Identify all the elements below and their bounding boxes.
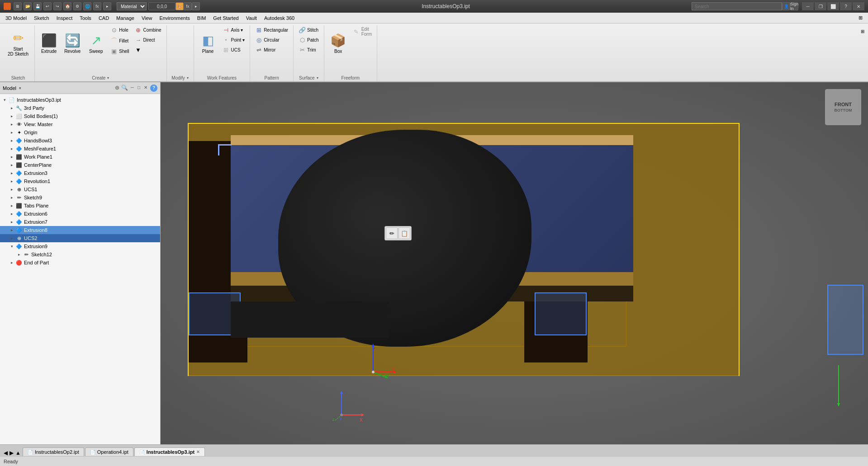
qa-more[interactable]: ▸	[103, 2, 111, 10]
context-btn-2[interactable]: 📋	[398, 227, 410, 239]
tree-item-origin[interactable]: ▸✦Origin	[0, 128, 160, 137]
viewport-tab-tab3[interactable]: 📄InstructablesOp3.ipt ✕	[134, 447, 205, 456]
tree-item-3rd-party[interactable]: ▸🔧3rd Party	[0, 104, 160, 112]
tree-item-sketch9[interactable]: ▸✏Sketch9	[0, 193, 160, 202]
tree-expand-centerplane[interactable]: ▸	[9, 163, 14, 167]
shell-btn[interactable]: ▣ Shell	[108, 47, 131, 56]
qa-undo[interactable]: ↩	[43, 2, 52, 10]
tree-expand-root[interactable]: ▾	[2, 98, 7, 102]
tab-nav-right[interactable]: ▶	[9, 450, 14, 456]
restore-btn[interactable]: ❐	[815, 2, 826, 10]
qa-settings[interactable]: ⚙	[73, 2, 81, 10]
mirror-btn[interactable]: ⇌ Mirror	[253, 45, 290, 55]
menu-tools[interactable]: Tools	[76, 14, 95, 22]
tree-expand-3rd-party[interactable]: ▸	[9, 106, 14, 110]
more-btn[interactable]: ▸	[192, 2, 200, 10]
tree-expand-extrusion6[interactable]: ▸	[9, 212, 14, 216]
hole-btn[interactable]: ⊙ Hole	[108, 25, 131, 35]
help-btn[interactable]: ?	[840, 2, 852, 10]
view-cube[interactable]: FRONT BOTTOM	[825, 89, 861, 125]
menu-sketch[interactable]: Sketch	[30, 14, 53, 22]
tab-expand[interactable]: ▲	[15, 450, 21, 456]
tree-item-extrusion3[interactable]: ▸🔷Extrusion3	[0, 169, 160, 177]
expand-btn[interactable]: ⬜	[827, 2, 839, 10]
menu-view[interactable]: View	[138, 14, 156, 22]
panel-restore[interactable]: □	[137, 85, 141, 92]
qa-save[interactable]: 💾	[33, 2, 42, 10]
tree-expand-ucs1[interactable]: ▸	[9, 187, 14, 192]
tree-item-centerplane[interactable]: ▸⬛CenterPlane	[0, 161, 160, 169]
menu-inspect[interactable]: Inspect	[53, 14, 76, 22]
qa-web[interactable]: 🌐	[83, 2, 91, 10]
plane-btn[interactable]: ◧ Plane	[197, 25, 219, 61]
tree-item-meshfeature1[interactable]: ▸🔷MeshFeature1	[0, 145, 160, 153]
tree-expand-origin[interactable]: ▸	[9, 130, 14, 135]
tree-expand-meshfeature1[interactable]: ▸	[9, 146, 14, 151]
material-dropdown[interactable]: Material	[117, 2, 147, 10]
qa-new[interactable]: 🗎	[14, 2, 22, 10]
panel-close-x[interactable]: ✕	[143, 85, 148, 92]
box-btn[interactable]: 📦 Box	[327, 25, 350, 61]
fillet-btn[interactable]: ⌒ Fillet	[108, 35, 131, 46]
tree-item-extrusion8[interactable]: ▸🔷Extrusion8	[0, 226, 160, 234]
ucs-btn[interactable]: ⊞ UCS	[220, 45, 247, 55]
surface-label[interactable]: Surface ▾	[296, 75, 321, 81]
menu-3d-model[interactable]: 3D Model	[2, 14, 30, 22]
qa-open[interactable]: 📂	[24, 2, 32, 10]
stitch-btn[interactable]: 🔗 Stitch	[296, 25, 321, 35]
menu-display-options[interactable]: ⊞	[855, 14, 866, 22]
trim-btn[interactable]: ✂ Trim	[296, 45, 321, 55]
revolve-btn[interactable]: 🔄 Revolve	[61, 25, 84, 61]
tree-expand-handsbowl3[interactable]: ▸	[9, 138, 14, 143]
tree-item-tabs-plane[interactable]: ▸⬛Tabs Plane	[0, 202, 160, 210]
qa-fx[interactable]: fx	[93, 2, 101, 10]
menu-vault[interactable]: Vault	[242, 14, 261, 22]
tree-expand-extrusion3[interactable]: ▸	[9, 171, 14, 175]
tree-item-extrusion9[interactable]: ▾🔷Extrusion9	[0, 242, 160, 250]
tree-expand-sketch12[interactable]: ▸	[16, 252, 22, 257]
tree-expand-solid-bodies[interactable]: ▸	[9, 114, 14, 118]
menu-get-started[interactable]: Get Started	[209, 14, 242, 22]
tree-item-root[interactable]: ▾📄InstructablesOp3.ipt	[0, 96, 160, 104]
start-sketch-btn[interactable]: ✏ Start2D Sketch	[5, 25, 32, 61]
viewport[interactable]: Y X Z ✏ 📋	[161, 82, 868, 444]
close-btn[interactable]: ✕	[853, 2, 864, 10]
tab-close-tab3[interactable]: ✕	[196, 450, 200, 454]
display-options-btn[interactable]: ⊞	[859, 27, 866, 36]
viewport-tab-tab1[interactable]: 📄InstructablesOp2.ipt	[23, 447, 84, 456]
search-panel-icon[interactable]: 🔍	[121, 85, 128, 92]
sweep-btn[interactable]: ↗ Sweep	[85, 25, 107, 61]
more-create-btn[interactable]: ▼	[133, 45, 164, 55]
context-btn-1[interactable]: ✏	[386, 227, 398, 239]
color-picker[interactable]: 🎨	[175, 2, 184, 10]
patch-btn[interactable]: ⬡ Patch	[296, 35, 321, 45]
tree-item-ucs1[interactable]: ▸⊕UCS1	[0, 185, 160, 193]
combine-btn[interactable]: ⊕ Combine	[133, 25, 164, 35]
direct-btn[interactable]: → Direct	[133, 35, 164, 45]
user-icon[interactable]: 👤	[782, 2, 790, 10]
sign-in-btn[interactable]: Sign In	[790, 2, 798, 10]
edit-form-btn[interactable]: ✎ EditForm	[351, 25, 374, 38]
filter-icon[interactable]: ⊛	[115, 85, 119, 92]
tree-expand-extrusion7[interactable]: ▸	[9, 220, 14, 224]
extrude-btn[interactable]: ⬛ Extrude	[38, 25, 60, 61]
axis-btn[interactable]: ⊣ Axis ▾	[220, 25, 247, 35]
tree-expand-end-of-part[interactable]: ▸	[9, 260, 14, 265]
menu-manage[interactable]: Manage	[113, 14, 138, 22]
tree-item-view-master[interactable]: ▸👁View: Master	[0, 120, 160, 128]
tree-item-extrusion7[interactable]: ▸🔷Extrusion7	[0, 218, 160, 226]
tree-expand-tabs-plane[interactable]: ▸	[9, 203, 14, 208]
minimize-btn[interactable]: ─	[802, 2, 814, 10]
tree-item-end-of-part[interactable]: ▸🔴End of Part	[0, 259, 160, 267]
qa-home[interactable]: 🏠	[63, 2, 71, 10]
search-input[interactable]	[692, 2, 782, 10]
rectangular-btn[interactable]: ⊞ Rectangular	[253, 25, 290, 35]
tab-nav-left[interactable]: ◀	[4, 450, 8, 456]
tree-item-extrusion6[interactable]: ▸🔷Extrusion6	[0, 210, 160, 218]
point-btn[interactable]: • Point ▾	[220, 35, 247, 45]
menu-environments[interactable]: Environments	[156, 14, 194, 22]
viewport-tab-tab2[interactable]: 📄Operation4.ipt	[85, 447, 133, 456]
create-group-label[interactable]: Create ▾	[38, 75, 163, 81]
tree-item-work-plane1[interactable]: ▸⬛Work Plane1	[0, 153, 160, 161]
qa-redo[interactable]: ↪	[53, 2, 62, 10]
